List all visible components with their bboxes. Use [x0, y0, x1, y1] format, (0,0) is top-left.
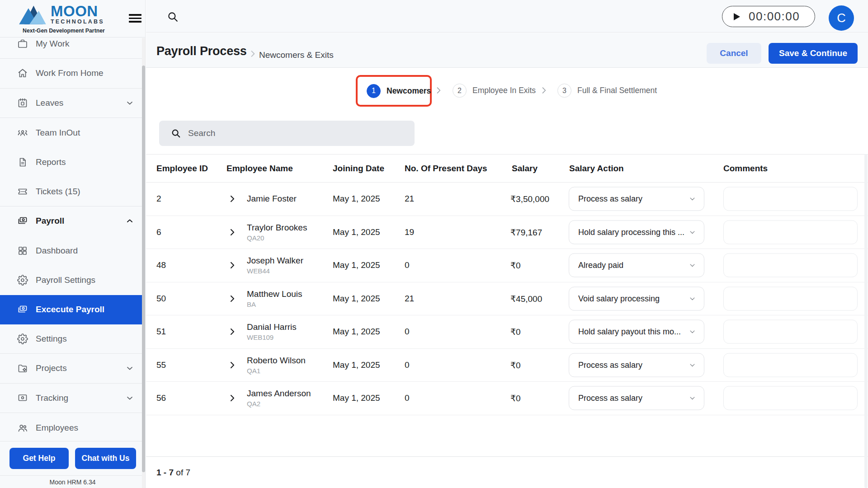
- sidebar-item[interactable]: Excecute Payroll: [0, 295, 145, 324]
- menu-hamburger-icon[interactable]: [129, 14, 142, 23]
- payroll-icon: [17, 304, 28, 315]
- joining-date: May 1, 2025: [333, 360, 380, 370]
- salary-action-select[interactable]: Hold salary processing this ...: [569, 220, 704, 244]
- moon-technolabs-logo-icon: [18, 4, 47, 25]
- sidebar-item-label: Reports: [36, 157, 66, 167]
- team-icon: [17, 127, 28, 138]
- joining-date: May 1, 2025: [333, 393, 380, 403]
- sidebar-item[interactable]: My Work: [0, 38, 145, 59]
- sidebar-item-label: Dashboard: [36, 246, 78, 256]
- time-tracker-button[interactable]: 00:00:00: [722, 6, 815, 27]
- joining-date: May 1, 2025: [333, 260, 380, 270]
- sidebar-item[interactable]: Dashboard: [0, 236, 145, 265]
- comment-input[interactable]: [723, 353, 858, 377]
- sidebar-item[interactable]: Payroll: [0, 206, 145, 236]
- sidebar-item-label: Work From Home: [36, 68, 104, 78]
- employee-name-block: Traylor Brookes QA20: [247, 222, 307, 242]
- employee-id: 50: [156, 294, 166, 304]
- expand-row-chevron-icon[interactable]: [229, 328, 236, 335]
- ticket-icon: [17, 186, 28, 197]
- chevron-down-icon: [689, 262, 696, 269]
- cancel-button[interactable]: Cancel: [707, 43, 761, 64]
- sidebar-item[interactable]: Reports: [0, 147, 145, 177]
- comment-input[interactable]: [723, 320, 858, 344]
- folder-icon: [17, 363, 28, 374]
- stepper-chevron-icon: [434, 86, 443, 95]
- sidebar-item[interactable]: Settings: [0, 324, 145, 354]
- expand-row-chevron-icon[interactable]: [229, 361, 236, 369]
- comment-input[interactable]: [723, 386, 858, 410]
- chat-with-us-button[interactable]: Chat with Us: [75, 448, 136, 469]
- user-avatar[interactable]: C: [829, 5, 854, 31]
- step-number: 1: [367, 84, 381, 98]
- salary-action-select[interactable]: Void salary processing: [569, 286, 704, 310]
- annotation-highlight-box: 1 Newcomers: [356, 75, 432, 107]
- sidebar-scrollbar-thumb[interactable]: [142, 66, 145, 472]
- present-days: 19: [405, 227, 414, 237]
- step-newcomers[interactable]: 1 Newcomers: [367, 84, 431, 98]
- comment-input[interactable]: [723, 220, 858, 244]
- chevron-down-icon: [125, 394, 134, 403]
- employee-code: QA1: [247, 366, 306, 375]
- chevron-down-icon: [689, 196, 696, 202]
- sidebar-item[interactable]: Tracking: [0, 384, 145, 413]
- expand-row-chevron-icon[interactable]: [229, 195, 236, 202]
- sidebar-item[interactable]: Projects: [0, 354, 145, 383]
- employee-id: 55: [156, 360, 166, 370]
- sidebar-item[interactable]: Team InOut: [0, 118, 145, 147]
- step-full-final-settlement[interactable]: 3 Full & Final Settlement: [557, 84, 657, 98]
- table-row: 6 Traylor Brookes QA20 May 1, 2025 19 ₹7…: [146, 216, 868, 249]
- table-scrollbar-track[interactable]: [864, 154, 868, 488]
- employee-name-block: Jamie Foster: [247, 194, 297, 204]
- step-number: 3: [557, 84, 571, 98]
- sidebar-item[interactable]: Leaves: [0, 89, 145, 118]
- expand-row-chevron-icon[interactable]: [229, 295, 236, 302]
- present-days: 0: [405, 393, 410, 403]
- employee-name: Jamie Foster: [247, 194, 297, 204]
- salary-action-select[interactable]: Process as salary: [569, 353, 704, 377]
- salary-amount: ₹0: [510, 393, 521, 404]
- sidebar-item[interactable]: Payroll Settings: [0, 265, 145, 295]
- breadcrumb-chevron-icon: [248, 49, 257, 58]
- sidebar-logo-section: MOON TECHNOLABS Next-Gen Development Par…: [0, 0, 145, 38]
- main-content: 00:00:00 C Payroll Process Newcomers & E…: [146, 0, 868, 488]
- salary-action-select[interactable]: Process as salary: [569, 386, 704, 410]
- salary-action-select[interactable]: Already paid: [569, 253, 704, 277]
- sidebar-item[interactable]: Employees: [0, 413, 145, 441]
- gear-icon: [17, 333, 28, 344]
- employee-name-block: Matthew Louis BA: [247, 289, 302, 308]
- search-icon[interactable]: [167, 11, 179, 23]
- sidebar-help-section: Get Help Chat with Us: [0, 441, 145, 475]
- search-input[interactable]: [188, 128, 396, 138]
- chevron-down-icon: [689, 395, 696, 402]
- get-help-button[interactable]: Get Help: [9, 448, 69, 469]
- expand-row-chevron-icon[interactable]: [229, 229, 236, 236]
- comment-input[interactable]: [723, 253, 858, 277]
- salary-amount: ₹79,167: [510, 227, 542, 237]
- salary-action-select[interactable]: Process as salary: [569, 187, 704, 211]
- present-days: 0: [405, 260, 410, 270]
- expand-row-chevron-icon[interactable]: [229, 262, 236, 269]
- sidebar-item-label: Tracking: [36, 393, 68, 403]
- sidebar-nav: My Work Work From Home Leaves: [0, 38, 145, 441]
- comment-input[interactable]: [723, 286, 858, 310]
- home-icon: [17, 68, 28, 79]
- employee-name: Traylor Brookes: [247, 222, 307, 233]
- sidebar-item-label: Projects: [36, 363, 67, 373]
- employee-code: WEB44: [247, 267, 303, 275]
- salary-action-select[interactable]: Hold salary payout this mo...: [569, 320, 704, 344]
- save-continue-button[interactable]: Save & Continue: [769, 43, 858, 64]
- breadcrumb: Newcomers & Exits: [259, 50, 334, 60]
- expand-row-chevron-icon[interactable]: [229, 394, 236, 402]
- sidebar-item[interactable]: Tickets (15): [0, 177, 145, 206]
- sidebar-item-label: My Work: [36, 39, 70, 49]
- step-employee-in-exits[interactable]: 2 Employee In Exits: [453, 84, 536, 98]
- employee-code: QA20: [247, 234, 307, 242]
- logo-tagline: Next-Gen Development Partner: [17, 28, 110, 34]
- table-header: Employee ID Employee Name Joining Date N…: [146, 154, 868, 183]
- comment-input[interactable]: [723, 187, 858, 211]
- sidebar-item-label: Employees: [36, 423, 78, 433]
- company-logo: MOON TECHNOLABS: [18, 4, 104, 25]
- sidebar-item-label: Payroll Settings: [36, 275, 95, 285]
- sidebar-item[interactable]: Work From Home: [0, 59, 145, 88]
